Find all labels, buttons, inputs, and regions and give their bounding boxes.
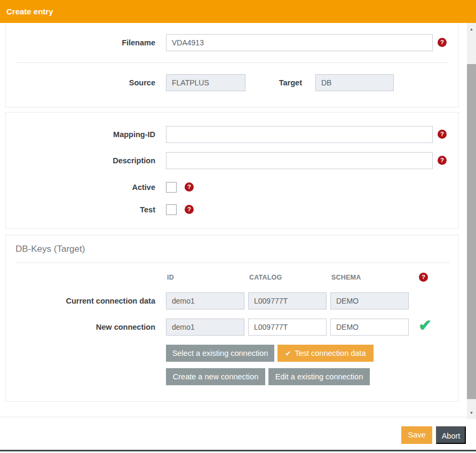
vertical-scrollbar[interactable]: ▲ ▼ bbox=[467, 23, 476, 419]
create-new-connection-button[interactable]: Create a new connection bbox=[166, 368, 265, 385]
test-connection-data-label: Test connection data bbox=[295, 349, 366, 357]
scrollbar-thumb[interactable] bbox=[467, 64, 476, 399]
mapping-panel: Mapping-ID ? Description ? Active ? Test… bbox=[5, 112, 459, 229]
current-schema-input bbox=[330, 292, 409, 309]
db-keys-help-icon[interactable]: ? bbox=[419, 273, 428, 282]
target-label: Target bbox=[230, 74, 302, 91]
mapping-id-input[interactable] bbox=[166, 126, 433, 143]
column-header-catalog: CATALOG bbox=[249, 274, 324, 281]
source-label: Source bbox=[6, 74, 155, 91]
new-catalog-input[interactable] bbox=[248, 319, 327, 336]
mapping-id-label: Mapping-ID bbox=[6, 126, 155, 143]
footer-divider bbox=[0, 417, 476, 417]
test-checkbox[interactable] bbox=[166, 204, 177, 215]
description-input[interactable] bbox=[166, 152, 433, 169]
db-keys-heading: DB-Keys (Target) bbox=[15, 244, 85, 255]
column-header-schema: SCHEMA bbox=[331, 274, 406, 281]
create-entry-dialog: Create entry Filename ? Source Target Ma… bbox=[0, 0, 476, 453]
filename-label: Filename bbox=[6, 34, 155, 51]
test-help-icon[interactable]: ? bbox=[185, 205, 194, 214]
check-icon: ✔ bbox=[285, 349, 291, 357]
heading-divider bbox=[15, 263, 450, 263]
mapping-id-help-icon[interactable]: ? bbox=[438, 130, 447, 139]
active-help-icon[interactable]: ? bbox=[185, 182, 194, 192]
filename-help-icon[interactable]: ? bbox=[438, 38, 447, 47]
dialog-bottom-edge bbox=[0, 450, 476, 451]
abort-button[interactable]: Abort bbox=[436, 426, 466, 444]
column-header-id: ID bbox=[167, 274, 242, 281]
description-help-icon[interactable]: ? bbox=[438, 156, 447, 165]
db-keys-panel: DB-Keys (Target) ID CATALOG SCHEMA ? Cur… bbox=[5, 235, 459, 402]
general-panel: Filename ? Source Target bbox=[5, 23, 459, 108]
dialog-title: Create entry bbox=[6, 0, 53, 23]
test-connection-data-button[interactable]: ✔Test connection data bbox=[277, 345, 374, 362]
connection-valid-check-icon: ✔ bbox=[418, 317, 432, 333]
dialog-header: Create entry bbox=[0, 0, 476, 23]
new-schema-input[interactable] bbox=[330, 319, 409, 336]
target-input bbox=[315, 74, 394, 91]
active-checkbox[interactable] bbox=[166, 182, 177, 193]
current-catalog-input bbox=[248, 292, 327, 309]
edit-existing-connection-button[interactable]: Edit a existing connection bbox=[268, 368, 370, 385]
save-button[interactable]: Save bbox=[401, 426, 432, 444]
active-label: Active bbox=[6, 179, 155, 196]
description-label: Description bbox=[6, 152, 155, 169]
new-id-input bbox=[166, 319, 244, 336]
scroll-up-icon[interactable]: ▲ bbox=[467, 25, 476, 33]
new-connection-label: New connection bbox=[6, 319, 155, 336]
filename-input[interactable] bbox=[166, 34, 433, 51]
scroll-down-icon[interactable]: ▼ bbox=[467, 409, 476, 417]
current-connection-label: Current connection data bbox=[6, 292, 155, 309]
current-id-input bbox=[166, 292, 244, 309]
select-existing-connection-button[interactable]: Select a existing connection bbox=[166, 345, 274, 362]
test-label: Test bbox=[6, 201, 155, 218]
panel-divider bbox=[17, 62, 449, 63]
